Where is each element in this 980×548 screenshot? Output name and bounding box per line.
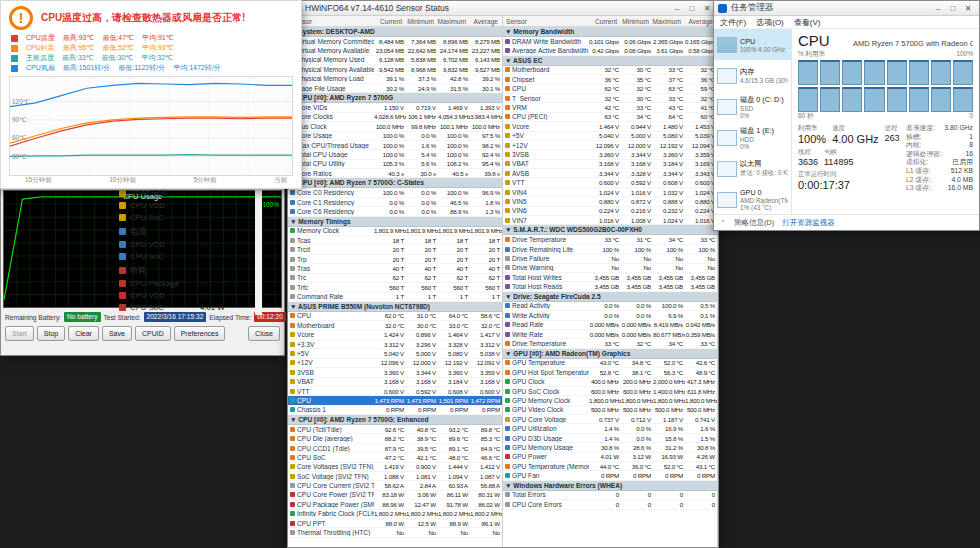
sensor-row[interactable]: Drive FailureNoNoNoNo — [503, 254, 717, 263]
sensor-row[interactable]: +3.3V3.312 V3.296 V3.328 V3.312 V — [288, 340, 502, 349]
sensor-row[interactable]: Physical Memory Available9,542 MB8,968 M… — [288, 65, 502, 74]
hwinfo-close-button[interactable]: ✕ — [700, 2, 714, 15]
fewer-details-link[interactable]: 简略信息(D) — [734, 218, 774, 228]
sensor-row[interactable]: Core VIDs1.150 V0.719 V1.469 V1.393 V — [288, 103, 502, 112]
sensor-row[interactable]: Drive Remaining Life100 %100 %100 %100 % — [503, 245, 717, 254]
sensor-row[interactable]: Tras40 T40 T40 T40 T — [288, 264, 502, 273]
sensor-group-header[interactable]: ▼ ASUS EC — [503, 56, 717, 66]
sidebar-item-0[interactable]: CPU100% 4.00 GHz — [714, 29, 791, 60]
sensor-row[interactable]: GPU Temperature (Memory)44.0 °C36.0 °C52… — [503, 462, 717, 471]
sst-button-clear[interactable]: Clear — [68, 326, 99, 341]
sensor-row[interactable]: CPU62 °C32 °C63 °C59 °C — [503, 85, 717, 94]
sidebar-item-3[interactable]: 磁盘 1 (E:)HDD0% — [714, 122, 791, 153]
sensor-row[interactable]: Trcd20 T20 T20 T20 T — [288, 245, 502, 254]
sensor-group-header[interactable]: ▼ CPU [#0]: AMD Ryzen 7 5700G: Enhanced — [288, 415, 502, 425]
sensor-row[interactable]: CPU Core Current (SVI2 TFN)58.62 A2.84 A… — [288, 481, 502, 490]
sensor-row[interactable]: GPU Memory Clock1,800.0 MHz1,800.0 MHz1,… — [503, 396, 717, 405]
sst-button-cpuid[interactable]: CPUID — [135, 326, 171, 341]
sensor-row[interactable]: Total Errors0000 — [503, 491, 717, 500]
sensor-row[interactable]: GPU Power4.01 W3.12 W16.93 W4.26 W — [503, 453, 717, 462]
sensor-row[interactable]: VIN71.016 V1.008 V1.024 V1.016 V — [503, 216, 717, 225]
sensor-row[interactable]: DRAM Write Bandwidth0.101 Gbps0.06 Gbps2… — [503, 37, 717, 46]
sensor-row[interactable]: Command Rate1 T1 T1 T1 T — [288, 292, 502, 301]
sensor-group-header[interactable]: ▼ ASUS PRIME B550M (Nuvoton NCT6798D) — [288, 302, 502, 312]
sensor-row[interactable]: Physical Memory Load39.1 %37.3 %42.8 %39… — [288, 75, 502, 84]
sensor-row[interactable]: GPU Memory Usage30.8 %28.6 %31.2 %30.8 % — [503, 443, 717, 452]
sensor-group-header[interactable]: ▼ CPU [#0]: AMD Ryzen 7 5700G: C-States — [288, 178, 502, 188]
sensor-row[interactable]: CPU Die (average)88.2 °C38.9 °C89.6 °C85… — [288, 434, 502, 443]
taskmgr-maximize-button[interactable]: □ — [946, 2, 960, 15]
sst-button-preferences[interactable]: Preferences — [174, 326, 226, 341]
sensor-row[interactable]: Physical Memory Used6,128 MB5,838 MB6,70… — [288, 56, 502, 65]
sensor-row[interactable]: +12V12.096 V12.000 V12.192 V12.091 V — [288, 359, 502, 368]
menu-v[interactable]: 查看(V) — [794, 17, 821, 28]
sensor-row[interactable]: CPU Package68.06 W — [119, 277, 254, 289]
sensor-row[interactable]: Write Rate0.000 MB/s0.000 MB/s80.677 MB/… — [503, 330, 717, 339]
sensor-row[interactable]: CPU SoC2.53 A — [119, 250, 254, 262]
taskmgr-minimize-button[interactable]: – — [931, 2, 945, 15]
sensor-row[interactable]: Drive Temperature33 °C32 °C34 °C33 °C — [503, 339, 717, 348]
sensor-row[interactable]: VIN50.880 V0.872 V0.888 V0.880 V — [503, 197, 717, 206]
sensor-row[interactable]: Infinity Fabric Clock (FCLK)1,800.2 MHz1… — [288, 510, 502, 519]
sensor-row[interactable]: Core Ratios40.3 x30.0 x40.5 x39.8 x — [288, 169, 502, 178]
sensor-row[interactable]: GPU Video Clock500.0 MHz500.0 MHz500.0 M… — [503, 406, 717, 415]
sensor-row[interactable]: Trp20 T20 T20 T20 T — [288, 255, 502, 264]
sst-button-save[interactable]: Save — [102, 326, 132, 341]
sensor-row[interactable]: CPU1,473 RPM1,473 RPM1,501 RPM1,472 RPM — [288, 396, 502, 405]
sensor-row[interactable]: VRM42 °C33 °C43 °C41 °C — [503, 103, 717, 112]
sensor-row[interactable]: Total CPU Utility105.3 %5.6 %108.2 %95.4… — [288, 160, 502, 169]
sensor-row[interactable]: GPU Fan0 RPM0 RPM0 RPM0 RPM — [503, 471, 717, 480]
sensor-row[interactable]: Total Host Reads3,455 GB3,455 GB3,455 GB… — [503, 282, 717, 291]
sensor-row[interactable]: CPU SoC47.2 °C42.1 °C48.0 °C46.6 °C — [288, 453, 502, 462]
sensor-row[interactable]: CPU SoC1.150 V — [119, 211, 254, 223]
sensor-row[interactable]: +5V5.040 V5.000 V5.080 V5.039 V — [503, 132, 717, 141]
sensor-row[interactable]: Vcore1.424 V0.896 V1.464 V1.417 V — [288, 331, 502, 340]
sensor-row[interactable]: CPU (Tctl/Tdie)92.6 °C40.8 °C93.2 °C89.8… — [288, 425, 502, 434]
sensor-row[interactable]: Virtual Memory Available23,054 MB22,642 … — [288, 46, 502, 55]
sidebar-item-2[interactable]: 磁盘 0 (C: D:)SSD0% — [714, 91, 791, 122]
hwinfo-titlebar[interactable]: HWiNFO64 v7.14-4610 Sensor Status – □ ✕ — [288, 1, 718, 16]
hwinfo-minimize-button[interactable]: – — [670, 2, 684, 15]
sensor-row[interactable]: Memory Clock1,801.9 MHz1,801.9 MHz1,801.… — [288, 227, 502, 236]
sensor-row[interactable]: Core C6 Residency0.0 %0.0 %88.9 %1.3 % — [288, 207, 502, 216]
sensor-row[interactable]: 3VSB3.360 V3.344 V3.360 V3.359 V — [288, 368, 502, 377]
hwinfo-maximize-button[interactable]: □ — [685, 2, 699, 15]
sensor-row[interactable]: Read Activity0.0 %0.0 %100.0 %0.5 % — [503, 302, 717, 311]
sensor-row[interactable]: Max CPU/Thread Usage100.0 %1.6 %100.0 %9… — [288, 141, 502, 150]
sensor-row[interactable]: 3VSB3.360 V3.344 V3.360 V3.359 V — [503, 150, 717, 159]
sensor-row[interactable]: Drive Temperature33 °C31 °C34 °C33 °C — [503, 235, 717, 244]
sensor-row[interactable]: +5V5.040 V5.000 V5.080 V5.038 V — [288, 349, 502, 358]
sensor-row[interactable]: CPU VDD64.43 A — [119, 238, 254, 250]
sensor-row[interactable]: Core Voltages (SVI2 TFN)1.419 V0.900 V1.… — [288, 463, 502, 472]
sensor-row[interactable]: Core Clocks4,028.6 MHz106.1 MHz4,054.3 M… — [288, 113, 502, 122]
sensor-row[interactable]: CPU Package Power (SMU)88.96 W12.47 W91.… — [288, 500, 502, 509]
sensor-group-header[interactable]: ▼ Memory Timings — [288, 217, 502, 227]
sensor-row[interactable]: Core Usage100.0 %0.0 %100.0 %97.5 % — [288, 132, 502, 141]
menu-f[interactable]: 文件(F) — [720, 17, 746, 28]
sensor-row[interactable]: GPU Hot Spot Temperature52.8 °C38.1 °C56… — [503, 368, 717, 377]
sensor-row[interactable]: GPU Core Voltage0.737 V0.712 V1.187 V0.7… — [503, 415, 717, 424]
sensor-group-header[interactable]: ▼ CPU [#0]: AMD Ryzen 7 5700G — [288, 93, 502, 103]
sensor-row[interactable]: CPU VDD1.137 V — [119, 199, 254, 211]
sensor-row[interactable]: VTT0.600 V0.592 V0.608 V0.600 V — [288, 387, 502, 396]
sensor-row[interactable]: CPU62.0 °C31.0 °C64.0 °C58.6 °C — [288, 312, 502, 321]
sensor-row[interactable]: SoC Voltage (SVI2 TFN)1.088 V1.081 V1.09… — [288, 472, 502, 481]
sensor-row[interactable]: Drive WarningNoNoNoNo — [503, 264, 717, 273]
sensor-group-header[interactable]: ▼ S.M.A.R.T.: WDC WDS500G2B0C-00PXH0 — [503, 225, 717, 235]
sidebar-item-5[interactable]: GPU 0AMD Radeon(TM) Gr...1% (43 °C) — [714, 184, 791, 214]
sidebar-item-4[interactable]: 以太网发送: 0 接收: 0 Kbps — [714, 153, 791, 184]
sensor-row[interactable]: Motherboard32.0 °C30.0 °C33.0 °C32.0 °C — [288, 321, 502, 330]
sensor-row[interactable]: AVSB3.344 V3.328 V3.344 V3.343 V — [503, 169, 717, 178]
sensor-row[interactable]: GPU SoC Clock600.0 MHz600.0 MHz1,400.0 M… — [503, 387, 717, 396]
sensor-row[interactable]: Chassis 10 RPM0 RPM0 RPM0 RPM — [288, 406, 502, 415]
sensor-row[interactable]: Thermal Throttling (HTC)NoNoNoNo — [288, 528, 502, 537]
sensor-row[interactable]: GPU 核心4.86 W — [119, 313, 254, 315]
sensor-row[interactable]: CPU CCD1 (Tdie)87.9 °C39.5 °C89.1 °C84.9… — [288, 444, 502, 453]
sst-button-stop[interactable]: Stop — [37, 326, 65, 341]
sensor-row[interactable]: Vcore1.464 V0.944 V1.480 V1.453 V — [503, 122, 717, 131]
sensor-row[interactable]: CPU PPT88.0 W12.5 W88.9 W86.1 W — [288, 519, 502, 528]
sensor-row[interactable]: Bus Clock100.0 MHz99.8 MHz100.1 MHz100.0… — [288, 122, 502, 131]
sensor-row[interactable]: Page File Usage30.2 %24.9 %31.5 %30.1 % — [288, 84, 502, 93]
sensor-row[interactable]: CPU (PECI)63 °C34 °C64 °C60 °C — [503, 113, 717, 122]
sensor-row[interactable]: Trc62 T62 T62 T62 T — [288, 274, 502, 283]
